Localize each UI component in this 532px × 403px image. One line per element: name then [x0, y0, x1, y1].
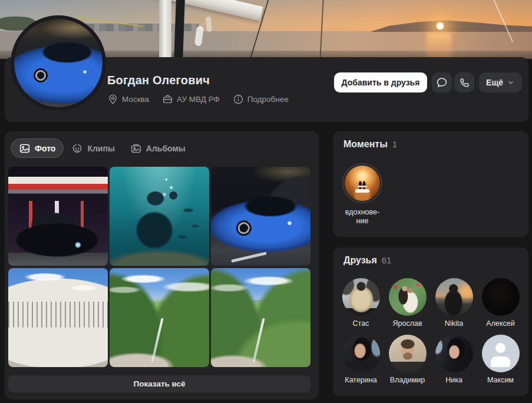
moment-story[interactable]	[342, 163, 382, 203]
friend-item[interactable]: Ярослав	[384, 278, 431, 328]
friend-avatar	[435, 278, 473, 316]
vk-profile-page: Богдан Олегович Москва АУ МВД РФ Подробн…	[0, 0, 532, 403]
cover-sun-reflection	[427, 33, 451, 59]
friend-avatar	[342, 335, 380, 372]
profile-location[interactable]: Москва	[107, 94, 149, 105]
photo-thumbnail[interactable]	[211, 268, 310, 367]
friend-item[interactable]: Алексей	[477, 278, 524, 328]
friends-count: 61	[382, 255, 392, 265]
friend-avatar	[389, 335, 427, 372]
profile-name: Богдан Олегович	[107, 74, 210, 87]
location-pin-icon	[107, 94, 118, 105]
info-circle-icon	[233, 94, 244, 105]
show-all-label: Показать всё	[133, 379, 185, 388]
photo-thumbnail[interactable]	[110, 268, 209, 367]
add-friend-button[interactable]: Добавить в друзья	[334, 72, 427, 93]
photo-thumbnail[interactable]	[8, 167, 108, 266]
friends-grid: Стас Ярослав Nikita Алексей Катерина Вла…	[338, 278, 524, 384]
friend-avatar	[389, 278, 427, 316]
photo-thumbnail[interactable]	[8, 268, 108, 367]
show-all-button[interactable]: Показать всё	[8, 375, 310, 392]
tab-albums-label: Альбомы	[146, 144, 186, 153]
profile-avatar-image	[14, 19, 103, 107]
moments-header: Моменты 1	[343, 139, 397, 150]
call-button[interactable]	[454, 72, 474, 93]
friends-header: Друзья 61	[343, 255, 391, 266]
photo-icon	[19, 143, 31, 154]
friends-title: Друзья	[343, 255, 377, 266]
add-friend-label: Добавить в друзья	[342, 78, 420, 87]
albums-icon	[130, 143, 142, 154]
photo-thumbnail[interactable]	[110, 167, 209, 266]
tab-photos-label: Фото	[35, 144, 55, 153]
friend-name: Nikita	[445, 319, 463, 328]
profile-avatar[interactable]	[11, 15, 106, 111]
chevron-down-icon	[507, 78, 515, 87]
moments-title: Моменты	[343, 139, 388, 150]
friend-name: Максим	[487, 376, 514, 384]
profile-workplace-label: АУ МВД РФ	[177, 95, 220, 104]
moments-count: 1	[392, 139, 397, 149]
more-actions-label: Ещё	[486, 78, 503, 87]
friend-name: Ника	[445, 376, 462, 384]
moments-card: Моменты 1 вдохнове- ние	[333, 131, 528, 237]
photo-thumbnail[interactable]	[211, 167, 310, 266]
friend-avatar	[435, 335, 473, 372]
profile-workplace[interactable]: АУ МВД РФ	[162, 94, 220, 105]
friend-name: Ярослав	[392, 319, 422, 328]
profile-more-info[interactable]: Подробнее	[233, 94, 289, 105]
profile-more-info-label: Подробнее	[247, 95, 289, 104]
photo-grid	[8, 167, 310, 367]
chat-bubble-icon	[436, 77, 448, 88]
tab-photos[interactable]: Фото	[11, 138, 64, 158]
friend-item[interactable]: Владимир	[384, 335, 431, 384]
cover-sun	[436, 22, 444, 30]
friend-item[interactable]: Максим	[477, 335, 524, 384]
moment-story-image	[345, 166, 380, 201]
friend-name: Алексей	[486, 319, 514, 328]
friend-name: Владимир	[390, 376, 425, 384]
friend-avatar	[482, 335, 520, 372]
tab-clips[interactable]: Клипы	[64, 138, 122, 158]
tab-clips-label: Клипы	[87, 144, 114, 153]
friend-item[interactable]: Катерина	[338, 335, 384, 384]
friend-item[interactable]: Nikita	[431, 278, 477, 328]
friend-avatar	[482, 278, 520, 316]
friend-avatar	[342, 278, 380, 316]
content-tabs: Фото Клипы Альбомы	[11, 138, 193, 158]
moment-story-label: вдохнове- ние	[333, 208, 392, 226]
friend-item[interactable]: Стас	[338, 278, 384, 328]
message-button[interactable]	[432, 72, 452, 93]
briefcase-icon	[162, 94, 173, 105]
tab-albums[interactable]: Альбомы	[123, 138, 193, 158]
clips-icon	[71, 143, 83, 154]
profile-details-row: Москва АУ МВД РФ Подробнее	[107, 94, 289, 105]
friend-name: Стас	[353, 319, 369, 328]
phone-icon	[459, 77, 470, 88]
profile-location-label: Москва	[122, 95, 149, 104]
more-actions-button[interactable]: Ещё	[479, 72, 522, 93]
photos-card: Фото Клипы Альбомы	[5, 131, 319, 399]
friend-name: Катерина	[345, 376, 376, 384]
friends-card: Друзья 61 Стас Ярослав Nikita Алексей	[333, 247, 528, 396]
friend-item[interactable]: Ника	[431, 335, 477, 384]
boat-mast	[159, 0, 171, 59]
